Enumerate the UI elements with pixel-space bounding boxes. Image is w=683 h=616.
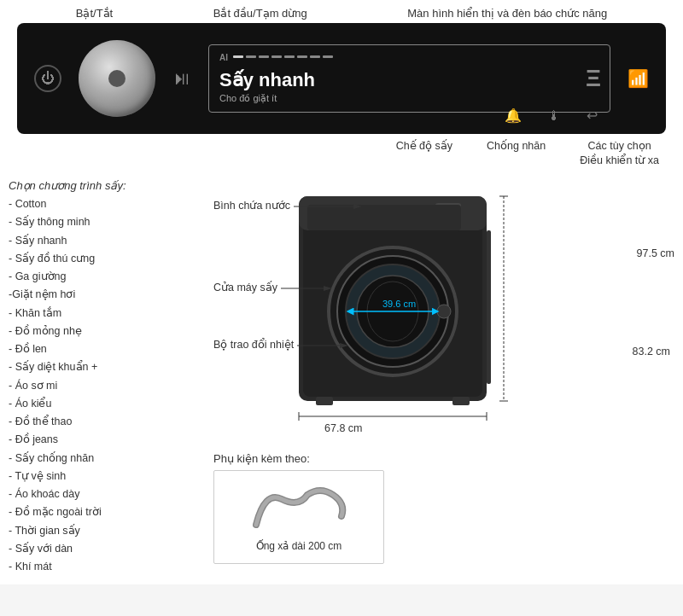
chong-nhan-label: Chống nhăn xyxy=(487,139,546,152)
program-list: - Cotton- Sấy thông minh- Sấy nhanh- Sấy… xyxy=(9,195,205,576)
list-item: - Cotton xyxy=(9,195,205,213)
dot-3 xyxy=(259,55,269,58)
display-indicator: Ξ xyxy=(586,65,601,92)
dot-7 xyxy=(310,55,320,58)
list-item: -Giặt nệm hơi xyxy=(9,286,205,304)
panel-bottom-icons: 🔔 🌡 ↩ xyxy=(505,108,598,124)
mode-dots xyxy=(233,55,333,58)
temp-icon[interactable]: 🌡 xyxy=(547,108,561,124)
hose-label: Ống xả dài 200 cm xyxy=(256,540,342,552)
program-selector-knob[interactable] xyxy=(79,40,155,117)
binh-chua-nuoc-label: Bình chứa nước xyxy=(213,198,362,215)
dot-5 xyxy=(284,55,295,58)
cac-tuy-chon-label: Các tùy chọn xyxy=(588,139,651,152)
dot-8 xyxy=(323,55,333,58)
list-item: - Đồ thể thao xyxy=(9,413,205,431)
remote-icon[interactable]: ↩ xyxy=(587,108,598,124)
dieu-khien-label: Điều khiển từ xa xyxy=(580,154,659,166)
list-item: - Áo khoác dày xyxy=(9,485,205,503)
right-column: 39.6 cm xyxy=(213,179,674,576)
bell-icon[interactable]: 🔔 xyxy=(505,108,522,124)
right-panel-icons: 📶 xyxy=(628,68,649,89)
svg-marker-28 xyxy=(340,343,348,348)
main-content: Chọn chương trình sấy: - Cotton- Sấy thô… xyxy=(0,171,683,584)
top-labels: Bật/Tắt Bắt đầu/Tạm dừng Màn hình hiển t… xyxy=(0,0,683,23)
list-item: - Ga giường xyxy=(9,268,205,286)
sub-mode-text: Cho đồ giặt ít xyxy=(219,93,599,104)
label-man-hinh: Màn hình hiển thị và đèn báo chức năng xyxy=(407,7,607,20)
svg-point-10 xyxy=(437,305,451,318)
ai-label: AI xyxy=(219,53,228,62)
list-item: - Áo kiểu xyxy=(9,395,205,413)
display-screen: AI Sấy nhanh Cho đồ giặt ít Ξ xyxy=(208,44,610,113)
che-do-say-label: Chế độ sấy xyxy=(396,139,452,152)
dryer-svg: 39.6 cm xyxy=(248,188,555,444)
list-item: - Đồ len xyxy=(9,340,205,358)
list-item: - Đồ mỏng nhẹ xyxy=(9,323,205,340)
list-item: - Sấy thông minh xyxy=(9,213,205,231)
list-item: - Tự vệ sinh xyxy=(9,468,205,485)
svg-rect-12 xyxy=(487,230,491,384)
dim-depth-label: 83.2 cm xyxy=(633,346,670,357)
dot-2 xyxy=(246,55,256,58)
hose-svg xyxy=(248,482,350,533)
list-item: - Sấy nhanh xyxy=(9,232,205,250)
list-item: - Áo sơ mi xyxy=(9,377,205,395)
machine-illustration: 39.6 cm xyxy=(213,179,674,444)
program-title: Chọn chương trình sấy: xyxy=(9,179,205,192)
list-item: - Khăn tắm xyxy=(9,305,205,323)
page: Bật/Tắt Bắt đầu/Tạm dừng Màn hình hiển t… xyxy=(0,0,683,584)
dot-1 xyxy=(233,55,243,58)
bo-trao-doi-nhiet-label: Bộ trao đổi nhiệt xyxy=(213,337,348,354)
label-bat-tat: Bật/Tắt xyxy=(76,7,113,20)
list-item: - Thời gian sấy xyxy=(9,522,205,540)
svg-marker-26 xyxy=(324,286,332,291)
wifi-icon[interactable]: 📶 xyxy=(628,68,649,89)
right-panel-labels: Chế độ sấy Chống nhăn Các tùy chọn Điều … xyxy=(0,139,683,166)
list-item: - Khí mát xyxy=(9,558,205,576)
svg-rect-14 xyxy=(452,397,470,405)
svg-marker-24 xyxy=(353,204,362,209)
list-item: - Sấy chống nhăn xyxy=(9,450,205,468)
left-column: Chọn chương trình sấy: - Cotton- Sấy thô… xyxy=(9,179,205,576)
list-item: - Sấy đồ thú cưng xyxy=(9,250,205,268)
control-panel: ⏻ ⏯ AI Sấy nhanh Cho đồ giặt xyxy=(17,23,666,134)
list-item: - Đồ jeans xyxy=(9,431,205,449)
dim-height-label: 97.5 cm xyxy=(637,247,674,259)
accessories-title: Phụ kiện kèm theo: xyxy=(213,452,674,465)
power-button[interactable]: ⏻ xyxy=(34,65,61,92)
accessories-section: Phụ kiện kèm theo: Ống xả dài 200 cm xyxy=(213,452,674,564)
main-mode-text: Sấy nhanh xyxy=(219,69,599,91)
accessories-box: Ống xả dài 200 cm xyxy=(213,470,384,564)
label-bat-dau: Bắt đầu/Tạm dừng xyxy=(213,7,307,20)
dot-6 xyxy=(297,55,307,58)
dot-4 xyxy=(271,55,282,58)
svg-text:39.6 cm: 39.6 cm xyxy=(382,299,416,309)
list-item: - Sấy diệt khuẩn + xyxy=(9,358,205,376)
list-item: - Sấy với dàn xyxy=(9,540,205,558)
dim-width-label: 67.8 cm xyxy=(324,422,362,434)
list-item: - Đồ mặc ngoài trời xyxy=(9,503,205,521)
cua-may-say-label: Cửa máy sấy xyxy=(213,280,332,297)
svg-rect-13 xyxy=(316,397,333,405)
play-pause-button[interactable]: ⏯ xyxy=(172,67,191,90)
